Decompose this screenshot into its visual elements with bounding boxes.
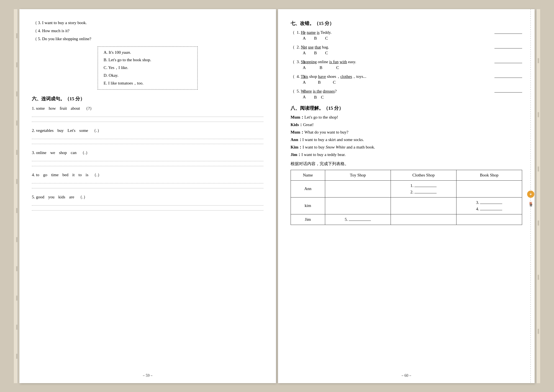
binding-mark	[16, 325, 17, 330]
cell-ann-name: Ann	[291, 180, 325, 197]
word-1a: how	[49, 106, 56, 111]
cell-jim-book	[456, 214, 522, 225]
section7-header: 七、改错。（15 分）	[291, 20, 522, 27]
col-toy: Toy Shop	[325, 170, 391, 180]
answer-option-c: C. Yes，I like.	[104, 65, 192, 70]
correct-paren-4: （ ）	[291, 74, 297, 79]
side-decoration: ✦ 版权 所有	[527, 190, 535, 202]
word-5a: you	[48, 195, 55, 199]
binding-mark	[16, 150, 17, 155]
item-text-5: 5. Do you like shopping online?	[38, 37, 263, 41]
letter-b-1: B	[314, 36, 317, 41]
right-binding-mark	[538, 275, 539, 280]
kim-book-2[interactable]: 4.	[460, 207, 518, 211]
answer-line-1a[interactable]	[32, 112, 263, 117]
binding-marks	[16, 9, 17, 383]
underline-letters-3: A B C	[303, 65, 522, 70]
word-num-4: 4. to	[32, 173, 39, 177]
page-number-left: －59－	[142, 373, 153, 378]
answer-line-5b[interactable]	[32, 206, 263, 211]
answer-line-2a[interactable]	[32, 135, 263, 139]
word-arrange-2: 2. vegetables buy Let's some （.）	[32, 128, 263, 144]
jim-toy-1[interactable]: 5.	[329, 217, 387, 222]
dialog-line-6: Jim：I want to buy a teddy bear.	[291, 152, 522, 157]
binding-mark	[16, 296, 17, 301]
letter-a-1: A	[303, 36, 306, 41]
correct-row-4: （ ） 4. This shop have shoes，clothes，toys…	[291, 74, 522, 79]
binding-mark	[16, 179, 17, 184]
correct-blank-3[interactable]	[494, 63, 522, 63]
word-row-1: 1. some how fruit about （?）	[32, 106, 263, 111]
binding-mark	[16, 266, 17, 271]
letter-c-3: C	[336, 65, 339, 70]
underline-letters-2: A B C	[303, 51, 522, 55]
letter-c-2: C	[325, 51, 328, 55]
item-row-3: （ 3. I want to buy a story book.	[32, 20, 263, 25]
correct-paren-5: （ ）	[291, 89, 297, 94]
col-book: Book Shop	[456, 170, 522, 180]
svg-text:✦: ✦	[529, 192, 532, 196]
left-page: （ 3. I want to buy a story book. （ 4. Ho…	[19, 9, 276, 383]
table-header-row: Name Toy Shop Clothes Shop Book Shop	[291, 170, 522, 180]
speaker-kids: Kids：	[291, 122, 303, 127]
answer-line-3a[interactable]	[32, 157, 263, 161]
items-section: （ 3. I want to buy a story book. （ 4. Ho…	[32, 20, 263, 42]
answer-line-3b[interactable]	[32, 162, 263, 166]
right-page: 七、改错。（15 分） （ ） 1. He name is Teddy. A B…	[278, 9, 535, 383]
word-num-1: 1. some	[32, 106, 45, 111]
correct-paren-2: （ ）	[291, 45, 297, 50]
table-row-jim: Jim 5.	[291, 214, 522, 225]
word-arrange-3: 3. online we shop can （.）	[32, 150, 263, 166]
section8-header: 八、阅读理解。（15 分）	[291, 105, 522, 111]
answer-option-b: B. Let's go to the book shop.	[104, 58, 192, 62]
correct-text-2: 2. Not use that bag.	[297, 45, 494, 50]
binding-right	[536, 9, 540, 383]
section6-header: 六、连词成句。（15 分）	[32, 96, 263, 102]
paren-open-4: （	[32, 28, 38, 34]
answer-line-1b[interactable]	[32, 117, 263, 122]
answer-line-5a[interactable]	[32, 201, 263, 206]
word-arrange-5: 5. good you kids are （.）	[32, 194, 263, 211]
word-4d: it	[72, 173, 75, 177]
binding-mark	[16, 121, 17, 125]
letter-a-2: A	[303, 51, 306, 55]
word-3a: we	[50, 150, 55, 155]
ann-clothes-2[interactable]: 2.	[395, 190, 452, 194]
completion-table: Name Toy Shop Clothes Shop Book Shop Ann…	[291, 170, 522, 225]
kim-book-1[interactable]: 3.	[460, 200, 518, 205]
binding-mark	[16, 33, 17, 38]
letter-b-2: B	[314, 51, 317, 55]
cell-ann-clothes: 1. 2.	[391, 180, 456, 197]
binding-mark	[16, 354, 17, 359]
word-3b: shop	[59, 150, 67, 155]
correct-row-2: （ ） 2. Not use that bag.	[291, 45, 522, 50]
correct-blank-1[interactable]	[494, 34, 522, 34]
word-2a: buy	[57, 128, 64, 133]
dialog-line-5: Kim：I want to buy Snow White and a math …	[291, 145, 522, 150]
answer-line-4a[interactable]	[32, 179, 263, 183]
right-binding-mark	[538, 221, 539, 226]
cell-jim-clothes	[391, 214, 456, 225]
speaker-ann: Ann：	[291, 137, 302, 142]
speaker-mum-1: Mum：	[291, 115, 304, 119]
answer-line-4b[interactable]	[32, 184, 263, 188]
item-row-4: （ 4. How much is it?	[32, 28, 263, 34]
dialog-line-3: Mum：What do you want to buy?	[291, 130, 522, 135]
correct-paren-1: （ ）	[291, 30, 297, 35]
cell-kim-book: 3. 4.	[456, 197, 522, 214]
item-text-3: 3. I want to buy a story book.	[38, 21, 263, 25]
word-5b: kids	[58, 195, 65, 199]
dialog-line-2: Kids：Great!	[291, 122, 522, 127]
correct-row-3: （ ） 3. Shopping online is fun with easy.	[291, 59, 522, 65]
right-binding-mark	[538, 166, 539, 171]
answer-line-2b[interactable]	[32, 140, 263, 144]
word-2d: （.）	[92, 128, 101, 133]
correct-blank-2[interactable]	[494, 48, 522, 48]
word-1b: fruit	[60, 106, 67, 111]
correct-blank-4[interactable]	[494, 78, 522, 78]
ann-clothes-1[interactable]: 1.	[395, 183, 452, 188]
correct-paren-3: （ ）	[291, 59, 297, 65]
underline-letters-5: A B C	[303, 95, 522, 100]
word-3c: can	[71, 150, 76, 155]
correct-blank-5[interactable]	[494, 92, 522, 93]
